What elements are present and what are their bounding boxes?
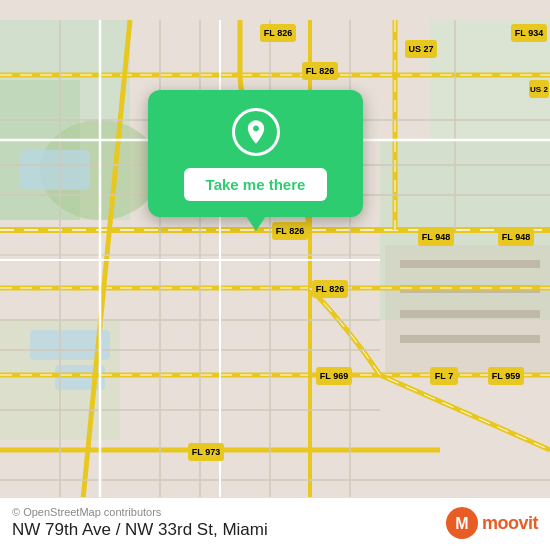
svg-rect-14 bbox=[400, 335, 540, 343]
svg-text:FL 948: FL 948 bbox=[422, 232, 450, 242]
take-me-there-button[interactable]: Take me there bbox=[184, 168, 328, 201]
svg-rect-13 bbox=[400, 310, 540, 318]
svg-text:M: M bbox=[455, 515, 468, 532]
svg-text:FL 948: FL 948 bbox=[502, 232, 530, 242]
svg-text:FL 7: FL 7 bbox=[435, 371, 453, 381]
bottom-left: © OpenStreetMap contributors NW 79th Ave… bbox=[12, 506, 268, 540]
svg-rect-11 bbox=[400, 260, 540, 268]
moovit-logo: M moovit bbox=[446, 507, 538, 539]
popup-card: Take me there bbox=[148, 90, 363, 217]
svg-text:US 27: US 27 bbox=[408, 44, 433, 54]
location-label: NW 79th Ave / NW 33rd St, Miami bbox=[12, 520, 268, 540]
svg-text:FL 826: FL 826 bbox=[276, 226, 304, 236]
moovit-icon: M bbox=[446, 507, 478, 539]
svg-text:US 2: US 2 bbox=[530, 85, 548, 94]
svg-text:FL 934: FL 934 bbox=[515, 28, 543, 38]
svg-text:FL 959: FL 959 bbox=[492, 371, 520, 381]
svg-text:FL 826: FL 826 bbox=[316, 284, 344, 294]
svg-rect-7 bbox=[20, 150, 90, 190]
bottom-bar: © OpenStreetMap contributors NW 79th Ave… bbox=[0, 497, 550, 550]
location-pin-icon bbox=[242, 118, 270, 146]
moovit-brand-text: moovit bbox=[482, 513, 538, 534]
svg-text:FL 826: FL 826 bbox=[264, 28, 292, 38]
map-background: FL 826 US 27 FL 934 FL 826 US 2 FL 826 F… bbox=[0, 0, 550, 550]
svg-text:FL 969: FL 969 bbox=[320, 371, 348, 381]
map-container: FL 826 US 27 FL 934 FL 826 US 2 FL 826 F… bbox=[0, 0, 550, 550]
location-icon-circle bbox=[232, 108, 280, 156]
attribution-text: © OpenStreetMap contributors bbox=[12, 506, 268, 518]
svg-text:FL 973: FL 973 bbox=[192, 447, 220, 457]
svg-text:FL 826: FL 826 bbox=[306, 66, 334, 76]
